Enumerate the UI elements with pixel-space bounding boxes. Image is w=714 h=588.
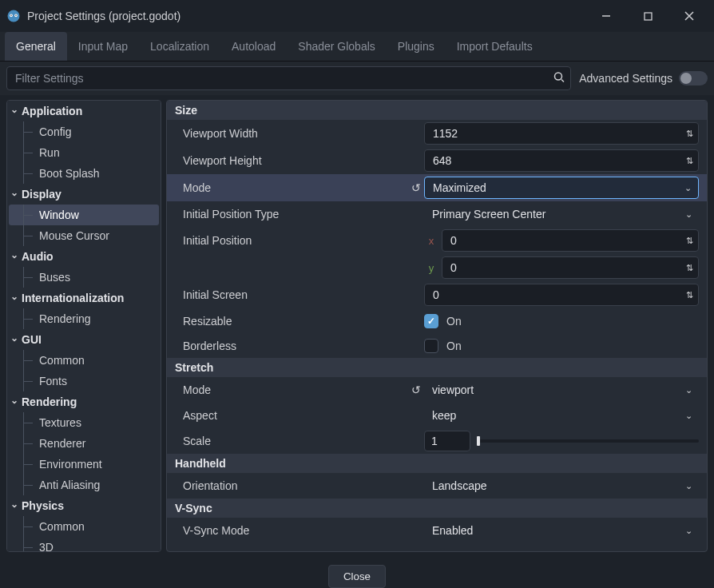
section-vsync[interactable]: V-Sync — [167, 499, 707, 518]
resizable-checkbox[interactable] — [424, 314, 438, 328]
stretch-mode-dropdown[interactable]: viewport⌄ — [424, 379, 699, 400]
spinner-arrows-icon[interactable]: ⇅ — [686, 263, 693, 273]
tree-category-audio[interactable]: Audio — [7, 246, 161, 267]
maximize-button[interactable] — [629, 4, 666, 28]
label-initial-position-type: Initial Position Type — [175, 208, 424, 220]
resizable-value: On — [446, 315, 462, 328]
tree-category-physics[interactable]: Physics — [7, 495, 161, 516]
label-borderless: Borderless — [175, 340, 424, 352]
tree-item-buses[interactable]: Buses — [9, 267, 159, 288]
borderless-checkbox[interactable] — [424, 339, 438, 353]
section-size[interactable]: Size — [167, 101, 707, 120]
toolbar: Advanced Settings — [0, 62, 714, 95]
borderless-value: On — [446, 340, 462, 352]
tab-autoload[interactable]: Autoload — [220, 32, 287, 61]
label-initial-position: Initial Position — [175, 234, 424, 247]
y-axis-label: y — [424, 262, 438, 274]
orientation-dropdown[interactable]: Landscape⌄ — [424, 475, 699, 496]
chevron-down-icon: ⌄ — [685, 481, 692, 491]
label-stretch-mode: Mode — [175, 383, 408, 396]
label-viewport-height: Viewport Height — [175, 154, 424, 167]
tree-category-gui[interactable]: GUI — [7, 329, 161, 350]
vsync-mode-dropdown[interactable]: Enabled⌄ — [424, 520, 699, 541]
label-orientation: Orientation — [175, 479, 424, 492]
svg-point-6 — [555, 73, 562, 80]
tree-item-environment[interactable]: Environment — [9, 454, 159, 475]
section-stretch[interactable]: Stretch — [167, 358, 707, 377]
scale-slider[interactable] — [477, 439, 699, 443]
window-title: Project Settings (project.godot) — [27, 10, 180, 22]
tree-item-textures[interactable]: Textures — [9, 412, 159, 433]
svg-point-4 — [15, 15, 17, 17]
tree-item-window[interactable]: Window — [9, 205, 159, 225]
tree-item-renderer[interactable]: Renderer — [9, 433, 159, 454]
label-vsync-mode: V-Sync Mode — [175, 524, 424, 537]
spinner-arrows-icon[interactable]: ⇅ — [686, 290, 693, 300]
close-dialog-button[interactable]: Close — [328, 565, 386, 588]
godot-icon — [6, 9, 21, 23]
initial-position-x-input[interactable]: 0⇅ — [442, 229, 699, 252]
viewport-width-input[interactable]: 1152⇅ — [424, 122, 699, 145]
chevron-down-icon: ⌄ — [685, 526, 692, 536]
chevron-down-icon: ⌄ — [685, 209, 692, 220]
advanced-settings-toggle[interactable] — [679, 71, 708, 85]
tree-category-rendering[interactable]: Rendering — [7, 391, 161, 412]
initial-position-type-dropdown[interactable]: Primary Screen Center⌄ — [424, 204, 699, 224]
svg-point-0 — [8, 10, 20, 22]
chevron-down-icon: ⌄ — [685, 385, 692, 395]
label-scale: Scale — [175, 435, 424, 447]
tree-category-application[interactable]: Application — [7, 101, 161, 121]
label-initial-screen: Initial Screen — [175, 288, 424, 301]
chevron-down-icon: ⌄ — [684, 183, 692, 193]
minimize-button[interactable] — [588, 4, 625, 28]
initial-position-y-input[interactable]: 0⇅ — [442, 256, 699, 279]
tree-item-gui-common[interactable]: Common — [9, 350, 159, 371]
title-bar: Project Settings (project.godot) — [0, 0, 714, 32]
tree-item-physics-3d[interactable]: 3D — [9, 537, 159, 552]
tab-localization[interactable]: Localization — [139, 32, 220, 61]
spinner-arrows-icon[interactable]: ⇅ — [686, 129, 693, 139]
close-button[interactable] — [671, 4, 708, 28]
svg-point-3 — [10, 15, 12, 17]
initial-screen-input[interactable]: 0⇅ — [424, 284, 699, 306]
settings-tree[interactable]: Application Config Run Boot Splash Displ… — [6, 100, 161, 552]
filter-settings-input[interactable] — [6, 66, 571, 90]
chevron-down-icon: ⌄ — [685, 411, 692, 421]
mode-dropdown[interactable]: Maximized⌄ — [424, 177, 699, 199]
advanced-settings-label: Advanced Settings — [579, 72, 672, 85]
search-icon — [553, 72, 565, 85]
tab-general[interactable]: General — [5, 32, 67, 61]
reset-icon[interactable]: ↺ — [408, 181, 424, 194]
tree-item-mouse-cursor[interactable]: Mouse Cursor — [9, 225, 159, 246]
tab-plugins[interactable]: Plugins — [387, 32, 446, 61]
svg-rect-5 — [645, 13, 652, 20]
aspect-dropdown[interactable]: keep⌄ — [424, 405, 699, 426]
viewport-height-input[interactable]: 648⇅ — [424, 149, 699, 172]
tab-shader-globals[interactable]: Shader Globals — [287, 32, 387, 61]
reset-icon[interactable]: ↺ — [408, 383, 424, 396]
label-mode: Mode — [175, 181, 408, 194]
spinner-arrows-icon[interactable]: ⇅ — [686, 236, 693, 246]
tree-item-run[interactable]: Run — [9, 142, 159, 163]
label-viewport-width: Viewport Width — [175, 127, 424, 140]
x-axis-label: x — [424, 235, 438, 247]
tree-category-display[interactable]: Display — [7, 184, 161, 205]
spinner-arrows-icon[interactable]: ⇅ — [686, 156, 693, 166]
properties-panel: Size Viewport Width 1152⇅ Viewport Heigh… — [166, 100, 708, 552]
tab-input-map[interactable]: Input Map — [67, 32, 139, 61]
tree-category-internationalization[interactable]: Internationalization — [7, 288, 161, 308]
tree-item-gui-fonts[interactable]: Fonts — [9, 371, 159, 391]
section-handheld[interactable]: Handheld — [167, 454, 707, 473]
scale-input[interactable]: 1 — [424, 431, 470, 451]
label-resizable: Resizable — [175, 315, 424, 328]
tree-item-boot-splash[interactable]: Boot Splash — [9, 163, 159, 184]
tab-import-defaults[interactable]: Import Defaults — [446, 32, 544, 61]
label-aspect: Aspect — [175, 409, 424, 422]
tree-item-anti-aliasing[interactable]: Anti Aliasing — [9, 475, 159, 495]
tab-bar: General Input Map Localization Autoload … — [0, 32, 714, 62]
tree-item-rendering-i18n[interactable]: Rendering — [9, 308, 159, 329]
tree-item-physics-common[interactable]: Common — [9, 516, 159, 537]
tree-item-config[interactable]: Config — [9, 121, 159, 142]
